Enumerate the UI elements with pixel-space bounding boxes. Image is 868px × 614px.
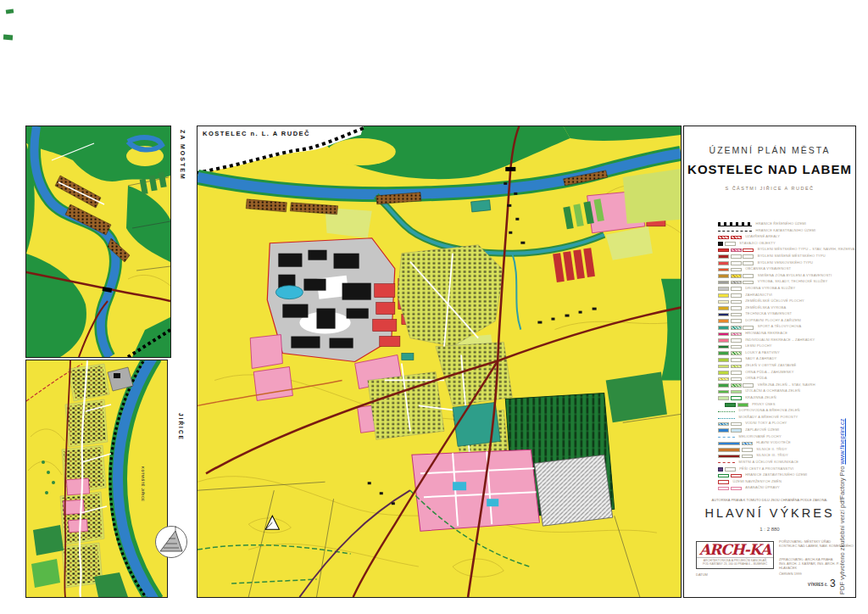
legend-row: DOPRAVNÍ PLOCHY A ZAŘÍZENÍ — [718, 316, 852, 323]
legend-row: PĚŠÍ CESTY A PROSTRANSTVÍ — [718, 465, 852, 472]
legend-row: DOPROVODNÁ A BŘEHOVÁ ZELEŇ — [718, 406, 852, 413]
legend-row: ZÁPLAVOVÉ ÚZEMÍ — [718, 426, 852, 433]
info-block-c: ČERVEN 1999 — [779, 572, 802, 576]
legend-row: SILNICE III. TŘÍDY — [718, 451, 852, 458]
legend-swatch — [718, 231, 752, 232]
inset-jirice-svg — [26, 360, 167, 597]
watermark-link[interactable]: www.fineprint.cz — [838, 418, 846, 464]
logo-address: ARCHITEKTONICKÁ A PROJEKČNÍ KANCELÁŘ POD… — [697, 557, 773, 566]
legend-row: HROMADNÁ REKREACE — [718, 329, 852, 336]
plan-supertitle: ÚZEMNÍ PLÁN MĚSTA — [684, 145, 855, 155]
watermark-text: PDF vytvořeno zkušební verzí pdfFactory … — [838, 465, 846, 594]
legend-row: HRANICE ZASTAVITELNÉHO ÚZEMÍ — [718, 471, 852, 477]
inset-map-jirice — [25, 360, 168, 598]
scan-artifact — [3, 35, 13, 41]
legend-row: BYDLENÍ VENKOVSKÉHO TYPU — [718, 259, 852, 265]
sheet-number: 3 — [830, 578, 836, 589]
legend-row: ASANAČNÍ ÚPRAVY — [718, 483, 852, 490]
scanned-map-page: ZA MOSTEM — [0, 0, 868, 614]
legend-row: SPORT A TĚLOVÝCHOVA — [718, 323, 852, 330]
main-map-svg — [198, 126, 681, 597]
legend-row: MOKŘADY A BŘEHOVÉ POROSTY — [718, 413, 852, 420]
logo-address-line2: POD KAŠTANY 23, 160 00 PRAHA 6 – BUBENEČ — [703, 562, 767, 566]
legend-row: ORNÁ PŮDA — [718, 374, 852, 381]
legend-rows: HRANICE ŘEŠENÉHO ÚZEMÍHRANICE KATASTRÁLN… — [718, 220, 852, 490]
legend-row: PRVKY ÚSES — [725, 400, 852, 407]
legend-row: BYDLENÍ MĚSTSKÉHO TYPU – STAV, NÁVRH, RE… — [718, 245, 852, 252]
legend-row: KRAJINNÁ ZELEŇ — [718, 394, 852, 400]
inset-bottom-label: JIŘICE — [178, 413, 184, 441]
legend-swatch — [718, 437, 735, 438]
pink-development — [412, 449, 540, 531]
title-panel: ÚZEMNÍ PLÁN MĚSTA KOSTELEC NAD LABEM S Č… — [683, 126, 856, 598]
legend-row: DROBNÁ VÝROBA A SLUŽBY — [718, 284, 852, 291]
legend-swatch — [718, 462, 735, 463]
legend-row: MÍSTNÍ A ÚČELOVÉ KOMUNIKACE — [718, 458, 852, 465]
main-map-label: KOSTELEC n. L. A RUDEČ — [203, 130, 310, 137]
inset-map-za-mostem — [25, 126, 171, 358]
legend-row: ÚZEMÍ NAVRŽENÝCH ZMĚN — [718, 477, 852, 484]
legend-row: BYDLENÍ SMÍŠENÉ MĚSTSKÉHO TYPU — [718, 252, 852, 259]
legend-swatch — [731, 487, 742, 491]
legend-row: STÁVAJÍCÍ OBJEKTY — [718, 239, 852, 246]
sheet-label: VÝKRES č. — [808, 583, 828, 587]
building — [114, 373, 120, 378]
legend-row: VÝROBA, SKLADY, TECHNICKÉ SLUŽBY — [718, 277, 852, 284]
date-label: DATUM — [696, 572, 708, 577]
legend-row: LOUKY A PASTVINY — [718, 349, 852, 355]
legend-row: HRANICE KATASTRÁLNÍHO ÚZEMÍ — [718, 226, 852, 233]
hatched-reserve — [534, 455, 612, 526]
inset-za-mostem-svg — [26, 126, 170, 357]
inset-bottom-sublabel: KOTVIŠTĚ JIŘICE — [141, 466, 145, 502]
legend-row: ZEMĚDĚLSKÉ ÚČELOVÉ PLOCHY — [718, 297, 852, 304]
legend-row: SILNICE II. TŘÍDY — [718, 445, 852, 452]
archa-logo: ARCH-KA — [697, 542, 773, 557]
legend-row: VODNÍ TOKY A PLOCHY — [718, 419, 852, 426]
legend-row: ZEMĚDĚLSKÁ VÝROBA — [718, 304, 852, 310]
pdf-watermark: PDF vytvořeno zkušební verzí pdfFactory … — [838, 382, 846, 594]
legend-label: ASANAČNÍ ÚPRAVY — [745, 484, 780, 491]
plan-subtitle: S ČÁSTMI JIŘICE A RUDEČ — [684, 186, 855, 191]
legend-row: ZELEŇ V OBYTNÉ ZÁSTAVBĚ — [718, 361, 852, 368]
legend-row: UZAVŘENÉ AREÁLY — [718, 232, 852, 239]
legend-row: IZOLAČNÍ A OCHRANNÁ ZELEŇ — [718, 387, 852, 394]
main-map: KOSTELEC n. L. A RUDEČ — [197, 126, 682, 598]
copyright-note: AUTORSKÁ PRÁVA K TOMUTO DÍLU JSOU CHRÁNĚ… — [684, 498, 855, 502]
plan-title: KOSTELEC NAD LABEM — [684, 162, 855, 176]
logo-box: ARCH-KA ARCHITEKTONICKÁ A PROJEKČNÍ KANC… — [696, 541, 774, 569]
legend-row: TECHNICKÁ VYBAVENOST — [718, 310, 852, 316]
legend-row: SMÍŠENÁ ZÓNA BYDLENÍ A VYBAVENOSTI — [718, 271, 852, 278]
legend-row: ORNÁ PŮDA – ZÁHUMENKY — [718, 368, 852, 375]
drawing-title: HLAVNÍ VÝKRES — [684, 506, 855, 520]
scan-artifact — [6, 8, 14, 14]
north-arrow-symbol — [153, 524, 189, 560]
legend-row: HLAVNÍ VODOTEČE — [718, 438, 852, 445]
field-clearing — [328, 138, 396, 165]
industrial-zone — [267, 238, 395, 362]
legend-row: INDIVIDUÁLNÍ REKREACE – ZAHRÁDKY — [718, 336, 852, 343]
legend-swatch — [718, 487, 729, 491]
legend-row: OBČANSKÁ VYBAVENOST — [718, 265, 852, 271]
legend-row: ZAHRADNICTVÍ — [718, 291, 852, 298]
legend-row: HRANICE ŘEŠENÉHO ÚZEMÍ — [718, 220, 852, 226]
inset-top-label: ZA MOSTEM — [180, 130, 186, 181]
map-scale: 1 : 2 880 — [684, 527, 855, 532]
legend-row: SADY A ZAHRADY — [718, 354, 852, 361]
legend-row: MELIOROVANÉ PLOCHY — [718, 433, 852, 439]
legend-row: VEŘEJNÁ ZELEŇ – STAV, NÁVRH — [718, 381, 852, 388]
legend-row: LESNÍ PLOCHY — [718, 342, 852, 349]
